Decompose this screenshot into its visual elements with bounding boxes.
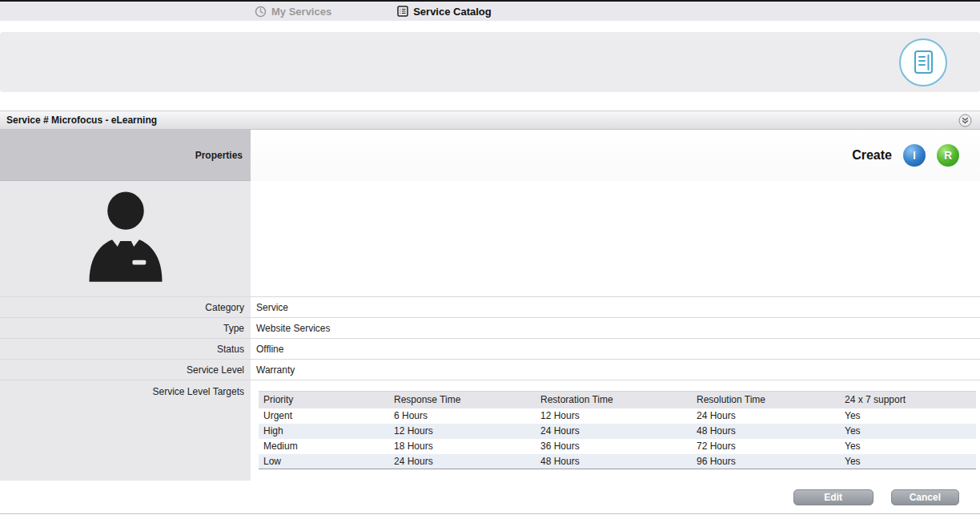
table-header-cell: Response Time: [389, 392, 536, 408]
field-value: Warranty: [251, 360, 980, 380]
table-cell: 72 Hours: [692, 439, 840, 454]
avatar-cell: [0, 181, 251, 296]
table-cell: 18 Hours: [389, 439, 536, 454]
table-header-cell: Restoration Time: [536, 392, 692, 408]
properties-label: Properties: [195, 150, 243, 161]
table-cell: Low: [259, 454, 389, 469]
footer-toolbar: Edit Cancel: [0, 481, 980, 513]
table-header-cell: Priority: [259, 392, 389, 408]
field-row-service-level-targets: Service Level Targets Priority Response …: [0, 380, 980, 481]
bottom-divider: [0, 513, 980, 519]
table-cell: Yes: [840, 439, 976, 454]
create-incident-icon[interactable]: I: [903, 144, 926, 167]
table-cell: 12 Hours: [389, 424, 536, 439]
table-cell: 48 Hours: [692, 424, 840, 439]
cancel-button[interactable]: Cancel: [891, 489, 959, 505]
field-label: Service Level Targets: [0, 380, 251, 481]
spacer: [0, 92, 980, 111]
field-row-status: Status Offline: [0, 338, 980, 359]
field-label: Category: [0, 297, 251, 317]
properties-header-row: Properties Create I R: [0, 130, 980, 181]
table-header-cell: 24 x 7 support: [840, 392, 976, 408]
avatar-row: [0, 181, 980, 296]
clock-icon: [255, 6, 267, 18]
create-label: Create: [852, 148, 892, 163]
table-cell: 24 Hours: [692, 408, 840, 424]
table-cell: Urgent: [259, 408, 389, 424]
table-row: Urgent 6 Hours 12 Hours 24 Hours Yes: [259, 408, 976, 424]
collapse-icon[interactable]: [958, 114, 972, 127]
service-level-targets-table: Priority Response Time Restoration Time …: [259, 391, 976, 469]
field-value: Service: [251, 297, 980, 317]
create-toolbar: Create I R: [251, 130, 980, 181]
edit-button[interactable]: Edit: [793, 489, 874, 505]
spacer: [0, 21, 980, 32]
table-cell: Yes: [840, 408, 976, 424]
create-request-icon[interactable]: R: [937, 144, 959, 167]
field-label: Service Level: [0, 360, 251, 380]
table-header-cell: Resolution Time: [692, 392, 840, 408]
table-row: High 12 Hours 24 Hours 48 Hours Yes: [259, 424, 976, 439]
table-cell: Medium: [259, 439, 389, 454]
top-tab-bar: My Services Service Catalog: [0, 0, 980, 21]
tab-my-services-label: My Services: [271, 6, 331, 18]
targets-table-container: Priority Response Time Restoration Time …: [251, 380, 980, 481]
tab-service-catalog[interactable]: Service Catalog: [397, 6, 492, 18]
field-row-category: Category Service: [0, 296, 980, 317]
table-cell: 36 Hours: [536, 439, 692, 454]
table-cell: Yes: [840, 424, 976, 439]
table-cell: 24 Hours: [536, 424, 692, 439]
field-label: Status: [0, 339, 251, 359]
table-cell: Yes: [840, 454, 976, 469]
header-panel: [0, 32, 980, 92]
section-title: Service # Microfocus - eLearning: [6, 115, 958, 126]
section-header: Service # Microfocus - eLearning: [0, 111, 980, 130]
field-label: Type: [0, 318, 251, 338]
tab-my-services[interactable]: My Services: [255, 6, 331, 18]
table-cell: 24 Hours: [389, 454, 536, 469]
field-value: Offline: [251, 339, 980, 359]
table-header-row: Priority Response Time Restoration Time …: [259, 392, 976, 408]
table-cell: 48 Hours: [536, 454, 692, 469]
table-cell: High: [259, 424, 389, 439]
field-row-type: Type Website Services: [0, 317, 980, 338]
table-cell: 12 Hours: [536, 408, 692, 424]
field-value: Website Services: [251, 318, 980, 338]
avatar-row-spacer: [251, 181, 980, 296]
table-cell: 6 Hours: [389, 408, 536, 424]
table-cell: 96 Hours: [692, 454, 840, 469]
service-avatar-icon: [78, 188, 173, 289]
table-row: Medium 18 Hours 36 Hours 72 Hours Yes: [259, 439, 976, 454]
page: My Services Service Catalog Service # Mi…: [0, 0, 980, 519]
properties-header: Properties: [0, 130, 251, 181]
service-catalog-badge-icon: [898, 38, 948, 87]
tab-service-catalog-label: Service Catalog: [413, 6, 492, 18]
table-row: Low 24 Hours 48 Hours 96 Hours Yes: [259, 454, 976, 469]
catalog-icon: [397, 6, 408, 17]
field-row-service-level: Service Level Warranty: [0, 359, 980, 380]
